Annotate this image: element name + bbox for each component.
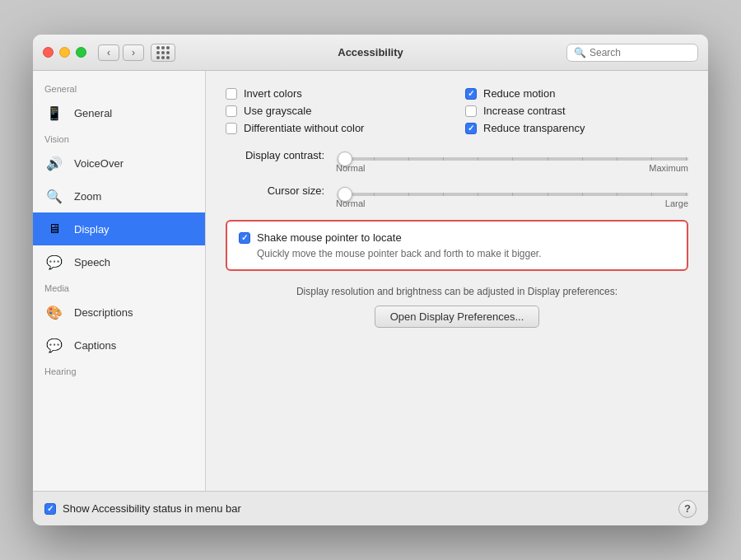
cursor-size-track[interactable] [338, 193, 688, 196]
shake-mouse-box: Shake mouse pointer to locate Quickly mo… [226, 220, 688, 271]
sidebar-section-hearing: Hearing [33, 362, 205, 379]
display-contrast-label: Display contrast: [226, 149, 324, 161]
zoom-icon: 🔍 [43, 184, 66, 208]
captions-icon: 💬 [43, 334, 66, 357]
invert-colors-row: Invert colors [226, 87, 449, 100]
shake-mouse-label: Shake mouse pointer to locate [257, 231, 402, 244]
display-contrast-row: Display contrast: [226, 149, 688, 161]
maximize-button[interactable] [76, 47, 86, 58]
reduce-transparency-row: Reduce transparency [465, 122, 688, 134]
sidebar-item-display-label: Display [74, 223, 110, 236]
display-contrast-thumb[interactable] [338, 152, 352, 166]
reduce-transparency-checkbox[interactable] [465, 123, 477, 134]
sidebar-item-zoom[interactable]: 🔍 Zoom [33, 180, 205, 212]
sidebar: General 📱 General Vision 🔊 VoiceOver 🔍 Z… [33, 71, 206, 491]
increase-contrast-row: Increase contrast [465, 105, 688, 117]
speech-icon: 💬 [43, 250, 66, 273]
increase-contrast-checkbox[interactable] [465, 105, 477, 117]
increase-contrast-label: Increase contrast [483, 105, 566, 117]
search-box[interactable]: 🔍 [566, 44, 698, 62]
forward-button[interactable]: › [123, 44, 144, 61]
use-grayscale-row: Use grayscale [226, 105, 449, 117]
show-accessibility-status-row: Show Accessibility status in menu bar [44, 502, 678, 515]
cursor-size-label: Cursor size: [226, 184, 324, 197]
search-icon: 🔍 [574, 47, 586, 58]
sidebar-item-general[interactable]: 📱 General [33, 96, 205, 129]
display-contrast-section: Display contrast: [226, 149, 688, 173]
cursor-size-row: Cursor size: [226, 184, 688, 197]
shake-mouse-checkbox[interactable] [239, 232, 250, 244]
sidebar-item-general-label: General [74, 107, 112, 119]
sidebar-item-speech-label: Speech [74, 256, 110, 268]
sidebar-item-descriptions[interactable]: 🎨 Descriptions [33, 296, 205, 329]
display-contrast-track[interactable] [338, 157, 688, 161]
window-title: Accessibility [338, 46, 403, 58]
display-icon: 🖥 [43, 217, 66, 240]
sidebar-item-descriptions-label: Descriptions [74, 306, 133, 319]
traffic-lights [43, 47, 86, 58]
contrast-max-label: Maximum [649, 163, 688, 173]
reduce-transparency-label: Reduce transparency [483, 122, 585, 134]
cursor-size-section: Cursor size: [226, 184, 688, 208]
search-input[interactable] [590, 47, 691, 58]
close-button[interactable] [43, 47, 54, 58]
titlebar: ‹ › Accessibility 🔍 [33, 35, 708, 71]
invert-colors-label: Invert colors [244, 87, 302, 100]
help-button[interactable]: ? [678, 500, 697, 518]
shake-mouse-description: Quickly move the mouse pointer back and … [257, 248, 675, 259]
sidebar-item-voiceover[interactable]: 🔊 VoiceOver [33, 147, 205, 180]
general-icon: 📱 [43, 101, 66, 124]
sidebar-item-speech[interactable]: 💬 Speech [33, 245, 205, 278]
differentiate-checkbox[interactable] [226, 123, 237, 134]
back-button[interactable]: ‹ [98, 44, 119, 61]
cursor-max-label: Large [665, 198, 688, 208]
invert-colors-checkbox[interactable] [226, 88, 237, 100]
sidebar-item-display[interactable]: 🖥 Display [33, 212, 205, 245]
shake-mouse-row: Shake mouse pointer to locate [239, 231, 675, 244]
nav-buttons: ‹ › [98, 44, 144, 61]
open-display-prefs-button[interactable]: Open Display Preferences... [375, 306, 540, 328]
window-body: General 📱 General Vision 🔊 VoiceOver 🔍 Z… [33, 71, 708, 491]
sidebar-item-zoom-label: Zoom [74, 190, 101, 203]
show-accessibility-status-checkbox[interactable] [44, 503, 56, 515]
use-grayscale-label: Use grayscale [244, 105, 311, 117]
main-content: Invert colors Reduce motion Use grayscal… [206, 71, 708, 491]
minimize-button[interactable] [59, 47, 70, 58]
bottom-bar: Show Accessibility status in menu bar ? [33, 491, 708, 525]
sidebar-item-captions[interactable]: 💬 Captions [33, 329, 205, 362]
options-grid: Invert colors Reduce motion Use grayscal… [226, 87, 688, 134]
grid-view-button[interactable] [151, 44, 175, 62]
sidebar-item-voiceover-label: VoiceOver [74, 157, 124, 170]
descriptions-icon: 🎨 [43, 301, 66, 324]
main-window: ‹ › Accessibility 🔍 General 📱 General Vi… [33, 35, 708, 525]
reduce-motion-checkbox[interactable] [465, 88, 477, 100]
cursor-size-thumb[interactable] [338, 187, 352, 202]
reduce-motion-label: Reduce motion [483, 87, 555, 100]
sidebar-section-general: General [33, 79, 205, 96]
sidebar-item-captions-label: Captions [74, 339, 116, 352]
sidebar-section-media: Media [33, 278, 205, 296]
show-accessibility-status-label: Show Accessibility status in menu bar [63, 502, 241, 515]
sidebar-section-vision: Vision [33, 129, 205, 147]
display-pref-text: Display resolution and brightness can be… [226, 286, 688, 297]
differentiate-row: Differentiate without color [226, 122, 449, 134]
reduce-motion-row: Reduce motion [465, 87, 688, 100]
use-grayscale-checkbox[interactable] [226, 105, 237, 117]
differentiate-label: Differentiate without color [244, 122, 364, 134]
voiceover-icon: 🔊 [43, 152, 66, 175]
